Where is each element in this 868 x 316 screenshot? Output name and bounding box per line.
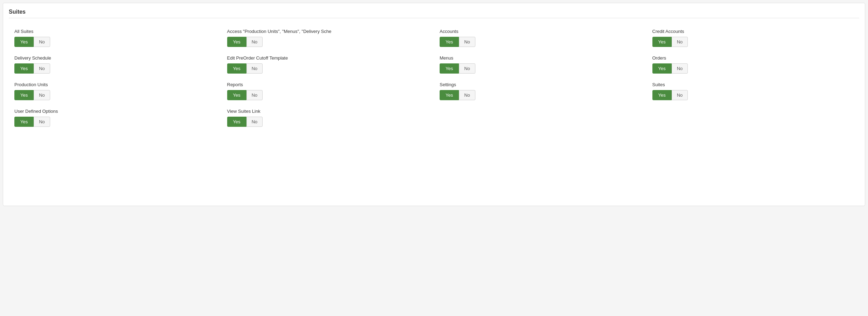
- edit-preorder-label: Edit PreOrder Cutoff Template: [227, 55, 429, 61]
- orders-no-button[interactable]: No: [672, 63, 688, 74]
- production-units-yes-button[interactable]: Yes: [14, 90, 34, 100]
- all-suites-no-button[interactable]: No: [34, 37, 50, 47]
- view-suites-link-no-button[interactable]: No: [246, 117, 263, 127]
- suites-no-button[interactable]: No: [672, 90, 688, 100]
- user-defined-options-no-button[interactable]: No: [34, 117, 50, 127]
- permission-view-suites-link: View Suites Link Yes No: [222, 105, 434, 130]
- permission-production-units: Production Units Yes No: [9, 78, 222, 104]
- reports-yes-button[interactable]: Yes: [227, 90, 246, 100]
- permission-settings: Settings Yes No: [434, 78, 647, 104]
- production-units-label: Production Units: [14, 82, 216, 87]
- user-defined-options-toggle: Yes No: [14, 117, 216, 127]
- permission-reports: Reports Yes No: [222, 78, 434, 104]
- suites-toggle: Yes No: [652, 90, 854, 100]
- all-suites-label: All Suites: [14, 29, 216, 34]
- column-2: Access "Production Units", "Menus", "Del…: [222, 25, 434, 132]
- view-suites-link-yes-button[interactable]: Yes: [227, 117, 246, 127]
- reports-no-button[interactable]: No: [246, 90, 263, 100]
- orders-toggle: Yes No: [652, 63, 854, 74]
- permission-user-defined-options: User Defined Options Yes No: [9, 105, 222, 130]
- permission-delivery-schedule: Delivery Schedule Yes No: [9, 52, 222, 77]
- permission-menus: Menus Yes No: [434, 52, 647, 77]
- suites-label: Suites: [652, 82, 854, 87]
- access-production-label: Access "Production Units", "Menus", "Del…: [227, 29, 429, 34]
- settings-label: Settings: [440, 82, 641, 87]
- access-production-yes-button[interactable]: Yes: [227, 37, 246, 47]
- permission-access-production: Access "Production Units", "Menus", "Del…: [222, 25, 434, 50]
- edit-preorder-toggle: Yes No: [227, 63, 429, 74]
- permission-edit-preorder: Edit PreOrder Cutoff Template Yes No: [222, 52, 434, 77]
- settings-toggle: Yes No: [440, 90, 641, 100]
- delivery-schedule-label: Delivery Schedule: [14, 55, 216, 61]
- page-title: Suites: [9, 9, 859, 18]
- user-defined-options-yes-button[interactable]: Yes: [14, 117, 34, 127]
- edit-preorder-yes-button[interactable]: Yes: [227, 63, 246, 74]
- column-3: Accounts Yes No Menus Yes No Settings Ye…: [434, 25, 647, 132]
- menus-label: Menus: [440, 55, 641, 61]
- user-defined-options-label: User Defined Options: [14, 109, 216, 114]
- reports-toggle: Yes No: [227, 90, 429, 100]
- orders-yes-button[interactable]: Yes: [652, 63, 672, 74]
- column-4: Credit Accounts Yes No Orders Yes No Sui…: [647, 25, 860, 132]
- page-container: Suites All Suites Yes No Delivery Schedu…: [3, 3, 865, 206]
- edit-preorder-no-button[interactable]: No: [246, 63, 263, 74]
- settings-no-button[interactable]: No: [459, 90, 475, 100]
- accounts-toggle: Yes No: [440, 37, 641, 47]
- view-suites-link-label: View Suites Link: [227, 109, 429, 114]
- delivery-schedule-toggle: Yes No: [14, 63, 216, 74]
- permission-accounts: Accounts Yes No: [434, 25, 647, 50]
- all-suites-toggle: Yes No: [14, 37, 216, 47]
- accounts-no-button[interactable]: No: [459, 37, 475, 47]
- menus-toggle: Yes No: [440, 63, 641, 74]
- reports-label: Reports: [227, 82, 429, 87]
- credit-accounts-no-button[interactable]: No: [672, 37, 688, 47]
- permissions-grid: All Suites Yes No Delivery Schedule Yes …: [9, 25, 859, 132]
- menus-no-button[interactable]: No: [459, 63, 475, 74]
- suites-yes-button[interactable]: Yes: [652, 90, 672, 100]
- permission-suites: Suites Yes No: [647, 78, 860, 104]
- permission-orders: Orders Yes No: [647, 52, 860, 77]
- delivery-schedule-no-button[interactable]: No: [34, 63, 50, 74]
- accounts-label: Accounts: [440, 29, 641, 34]
- permission-all-suites: All Suites Yes No: [9, 25, 222, 50]
- credit-accounts-label: Credit Accounts: [652, 29, 854, 34]
- access-production-toggle: Yes No: [227, 37, 429, 47]
- access-production-no-button[interactable]: No: [246, 37, 263, 47]
- accounts-yes-button[interactable]: Yes: [440, 37, 459, 47]
- production-units-no-button[interactable]: No: [34, 90, 50, 100]
- permission-credit-accounts: Credit Accounts Yes No: [647, 25, 860, 50]
- column-1: All Suites Yes No Delivery Schedule Yes …: [9, 25, 222, 132]
- settings-yes-button[interactable]: Yes: [440, 90, 459, 100]
- credit-accounts-toggle: Yes No: [652, 37, 854, 47]
- credit-accounts-yes-button[interactable]: Yes: [652, 37, 672, 47]
- delivery-schedule-yes-button[interactable]: Yes: [14, 63, 34, 74]
- all-suites-yes-button[interactable]: Yes: [14, 37, 34, 47]
- menus-yes-button[interactable]: Yes: [440, 63, 459, 74]
- production-units-toggle: Yes No: [14, 90, 216, 100]
- orders-label: Orders: [652, 55, 854, 61]
- view-suites-link-toggle: Yes No: [227, 117, 429, 127]
